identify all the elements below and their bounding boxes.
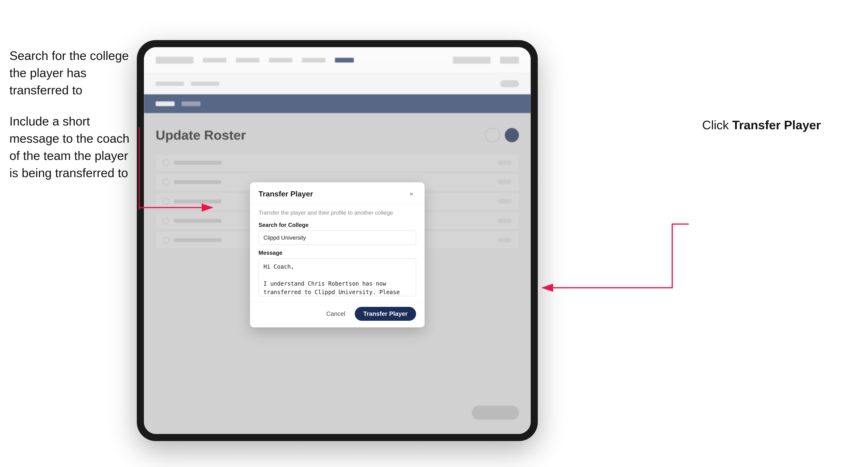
ipad-screen: Update Roster bbox=[144, 47, 531, 434]
nav-item-3 bbox=[269, 58, 292, 63]
nav-item-active bbox=[335, 58, 354, 63]
annotation-left: Search for the college the player has tr… bbox=[9, 47, 132, 196]
annotation-text-2: Include a short message to the coach of … bbox=[9, 113, 132, 181]
nav-item-4 bbox=[302, 58, 326, 63]
ipad-device: Update Roster bbox=[137, 40, 538, 441]
search-college-label: Search for College bbox=[258, 222, 416, 228]
sub-action bbox=[500, 80, 519, 87]
modal-close-button[interactable]: × bbox=[407, 189, 416, 199]
annotation-right: Click Transfer Player bbox=[702, 118, 821, 132]
transfer-player-button[interactable]: Transfer Player bbox=[355, 307, 416, 321]
nav-item-1 bbox=[203, 58, 226, 63]
nav-bar bbox=[144, 47, 531, 73]
nav-button bbox=[500, 57, 519, 64]
annotation-text-1: Search for the college the player has tr… bbox=[9, 47, 132, 99]
nav-user bbox=[453, 57, 491, 64]
sub-item-1 bbox=[156, 82, 184, 86]
tab-active bbox=[156, 101, 175, 106]
annotation-right-bold: Transfer Player bbox=[732, 118, 821, 132]
modal-dialog: Transfer Player × Transfer the player an… bbox=[250, 182, 425, 328]
modal-footer: Cancel Transfer Player bbox=[250, 302, 425, 328]
modal-body: Transfer the player and their profile to… bbox=[250, 204, 425, 302]
modal-overlay: Transfer Player × Transfer the player an… bbox=[144, 113, 531, 434]
message-textarea[interactable] bbox=[258, 258, 416, 296]
search-college-input[interactable] bbox=[258, 231, 416, 245]
tabs-bar bbox=[144, 94, 531, 113]
modal-title: Transfer Player bbox=[258, 190, 313, 198]
message-label: Message bbox=[258, 250, 416, 256]
sub-item-2 bbox=[191, 82, 219, 86]
nav-item-2 bbox=[236, 58, 259, 63]
cancel-button[interactable]: Cancel bbox=[321, 308, 350, 320]
modal-header: Transfer Player × bbox=[250, 182, 425, 204]
annotation-right-prefix: Click bbox=[702, 118, 732, 132]
modal-subtitle: Transfer the player and their profile to… bbox=[258, 210, 416, 216]
tab-1 bbox=[182, 101, 200, 106]
nav-logo bbox=[156, 57, 193, 64]
sub-bar bbox=[144, 73, 531, 94]
